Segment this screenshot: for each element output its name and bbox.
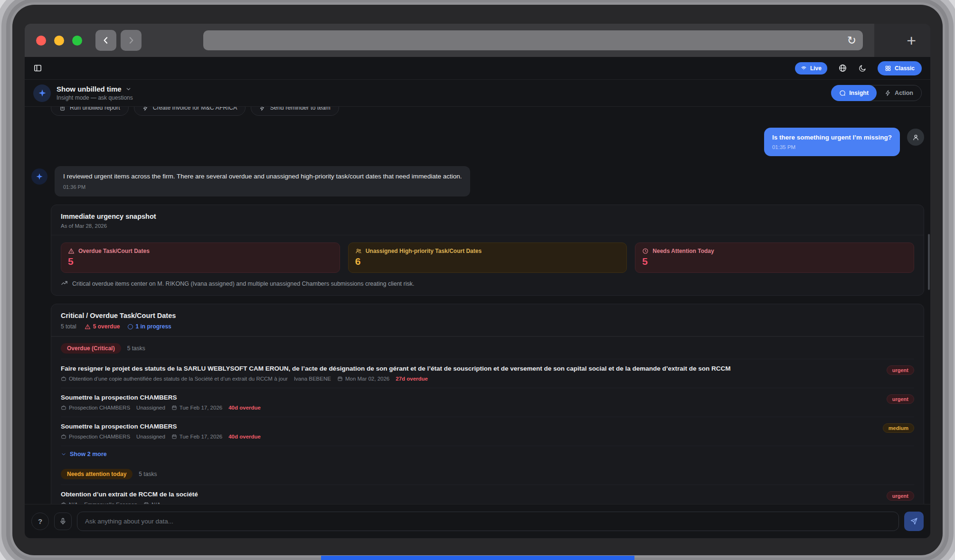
sidebar-toggle-button[interactable]: [33, 64, 42, 73]
paper-plane-icon: [910, 517, 918, 525]
maximize-window-button[interactable]: [72, 36, 82, 46]
stat-card: Unassigned High-priority Task/Court Date…: [348, 243, 627, 273]
bolt-icon: [142, 107, 149, 111]
suggestion-chip[interactable]: Send reminder to team: [251, 107, 339, 116]
task-due-text: Tue Feb 17, 2026: [180, 405, 222, 411]
tasks-total: 5 total: [61, 323, 76, 330]
show-more-link[interactable]: Show 2 more: [61, 446, 914, 463]
theme-toggle-button[interactable]: [858, 64, 867, 73]
sparkle-icon: [36, 173, 43, 180]
task-due-date: Mon Mar 02, 2026: [337, 376, 389, 382]
task-title: Soumettre la prospection CHAMBERS: [61, 423, 873, 430]
stat-label-text: Overdue Task/Court Dates: [78, 248, 150, 254]
chat-bubble-icon: [839, 90, 846, 96]
task-sections: Overdue (Critical)5 tasksFaire resigner …: [51, 337, 924, 504]
task-overdue-label: 27d overdue: [396, 376, 428, 382]
chevron-down-icon: [61, 451, 66, 457]
task-section-header: Needs attention today5 tasks: [61, 463, 914, 485]
stat-label: Overdue Task/Court Dates: [68, 248, 333, 254]
new-tab-button[interactable]: +: [907, 31, 916, 50]
priority-badge: urgent: [887, 394, 914, 404]
suggestion-chip[interactable]: Run unbilled report: [51, 107, 129, 116]
task-matter-text: Prospection CHAMBERS: [69, 405, 130, 411]
page-accent-strip: [321, 556, 634, 560]
section-count: 5 tasks: [127, 345, 145, 352]
urgency-snapshot-card: Immediate urgency snapshot As of Mar 28,…: [51, 205, 924, 296]
section-badge: Overdue (Critical): [61, 343, 121, 354]
suggestion-chip-label: Run unbilled report: [70, 107, 120, 111]
task-due-text: N/A: [151, 502, 161, 504]
reload-icon[interactable]: ↻: [847, 35, 856, 46]
task-meta: Obtention d’une copie authentifiée des s…: [61, 376, 877, 382]
snapshot-stats: Overdue Task/Court Dates5Unassigned High…: [51, 235, 924, 276]
chat-scroll-area[interactable]: Run unbilled reportCreate invoice for M&…: [25, 107, 930, 504]
minimize-window-button[interactable]: [54, 36, 64, 46]
conversation-subtitle: Insight mode — ask questions: [57, 94, 133, 101]
mic-button[interactable]: [54, 513, 72, 530]
chevron-down-icon: [125, 86, 132, 92]
composer-bar: ?: [25, 504, 930, 538]
tab-strip: +: [874, 24, 930, 57]
microphone-icon: [59, 517, 67, 525]
user-message-bubble: Is there something urgent I’m missing? 0…: [764, 128, 900, 156]
task-meta: N/AEmmanuelle EssenenN/A: [61, 502, 877, 504]
tab-insight[interactable]: Insight: [831, 85, 877, 101]
stat-label-text: Unassigned High-priority Task/Court Date…: [366, 248, 482, 254]
tasks-card-title: Critical / Overdue Task/Court Dates: [61, 312, 914, 319]
browser-window: ↻ + Live: [25, 24, 930, 538]
stat-card: Overdue Task/Court Dates5: [61, 243, 340, 273]
user-avatar: [907, 129, 924, 146]
task-title: Soumettre la prospection CHAMBERS: [61, 394, 877, 401]
task-assignee: Unassigned: [136, 434, 165, 439]
bolt-icon: [259, 107, 265, 111]
scrollbar-thumb[interactable]: [928, 234, 930, 290]
task-matter-text: N/A: [69, 502, 78, 504]
back-button[interactable]: [95, 30, 116, 51]
conversation-title[interactable]: Show unbilled time: [57, 85, 133, 93]
stat-value: 5: [642, 256, 907, 267]
send-button[interactable]: [904, 512, 924, 531]
stat-card: Needs Attention Today5: [635, 243, 914, 273]
task-due-date: Tue Feb 17, 2026: [171, 405, 222, 411]
calendar-icon: [337, 376, 343, 382]
task-row[interactable]: Soumettre la prospection CHAMBERSProspec…: [61, 388, 914, 417]
task-matter: Prospection CHAMBERS: [61, 434, 130, 439]
briefcase-icon: [61, 502, 66, 504]
snapshot-note-text: Critical overdue items center on M. RIKO…: [72, 280, 414, 287]
address-bar[interactable]: ↻: [203, 30, 863, 50]
conversation-header: Show unbilled time Insight mode — ask qu…: [25, 80, 930, 107]
chevron-left-icon: [101, 36, 111, 45]
moon-icon: [858, 64, 867, 73]
stat-label: Unassigned High-priority Task/Court Date…: [355, 248, 620, 254]
live-status-badge[interactable]: Live: [795, 62, 827, 75]
live-label: Live: [810, 65, 822, 72]
task-title: Faire resigner le projet des statuts de …: [61, 365, 877, 372]
panel-icon: [33, 64, 42, 73]
user-message-row: Is there something urgent I’m missing? 0…: [31, 128, 924, 156]
ask-input[interactable]: [77, 512, 899, 531]
snapshot-title: Immediate urgency snapshot: [61, 213, 914, 220]
help-button[interactable]: ?: [31, 513, 49, 530]
task-row[interactable]: Soumettre la prospection CHAMBERSProspec…: [61, 417, 914, 446]
language-button[interactable]: [838, 64, 847, 73]
task-row[interactable]: Faire resigner le projet des statuts de …: [61, 359, 914, 388]
tab-action-label: Action: [895, 90, 913, 96]
grid-icon: [885, 65, 891, 72]
forward-button[interactable]: [121, 30, 142, 51]
close-window-button[interactable]: [36, 36, 46, 46]
task-row[interactable]: Obtention d’un extrait de RCCM de la soc…: [61, 485, 914, 504]
tasks-card-stats: 5 total 5 overdue 1 in progress: [61, 323, 914, 330]
tab-action[interactable]: Action: [877, 90, 921, 96]
suggestion-chip[interactable]: Create invoice for M&C AFRICA: [134, 107, 246, 116]
calendar-icon: [171, 405, 177, 411]
priority-badge: urgent: [887, 365, 914, 375]
task-overdue-label: 40d overdue: [228, 434, 261, 439]
classic-view-button[interactable]: Classic: [878, 61, 922, 75]
chevron-right-icon: [126, 36, 136, 45]
task-matter-text: Obtention d’une copie authentifiée des s…: [69, 376, 288, 382]
task-due-date: N/A: [143, 502, 161, 504]
calendar-icon: [143, 502, 149, 504]
stat-label: Needs Attention Today: [642, 248, 907, 254]
classic-label: Classic: [895, 65, 915, 72]
tab-insight-label: Insight: [849, 90, 869, 96]
